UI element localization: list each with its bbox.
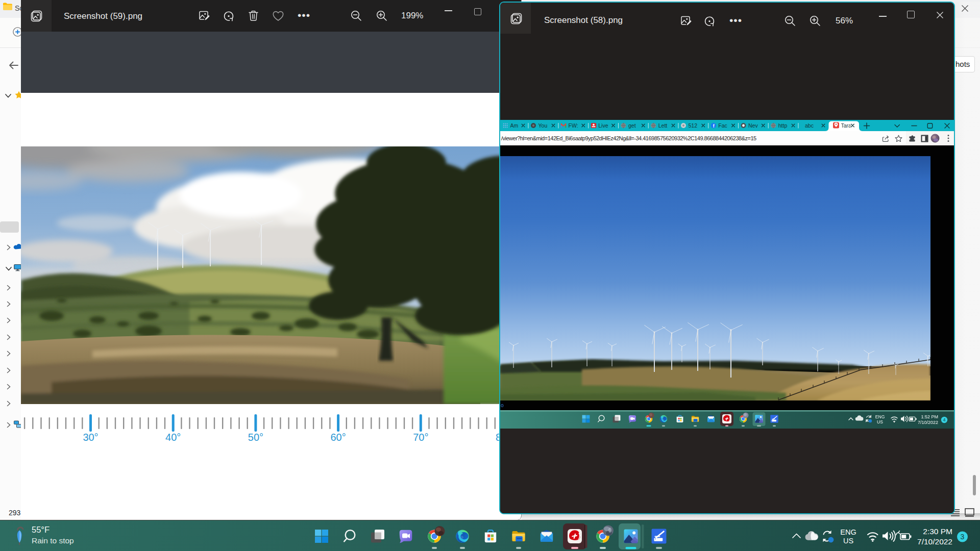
- svg-text:Am: Am: [510, 122, 519, 129]
- svg-text:70°: 70°: [413, 432, 428, 443]
- svg-text:3: 3: [961, 533, 965, 541]
- svg-text:4: 4: [943, 417, 945, 422]
- svg-text:Fac: Fac: [718, 122, 727, 129]
- svg-text:Lett: Lett: [658, 122, 668, 129]
- svg-text:1:52 PM: 1:52 PM: [921, 414, 938, 419]
- svg-text:30°: 30°: [83, 432, 98, 443]
- svg-text:7/10/2022: 7/10/2022: [918, 420, 938, 425]
- svg-text:abc: abc: [805, 122, 814, 129]
- svg-text:60°: 60°: [330, 432, 346, 443]
- svg-text:2:30 PM: 2:30 PM: [923, 527, 952, 536]
- svg-text:FW:: FW:: [569, 122, 578, 129]
- svg-text:f: f: [713, 123, 715, 129]
- svg-text:ENG: ENG: [840, 528, 856, 536]
- svg-text:Rain to stop: Rain to stop: [32, 536, 74, 545]
- svg-text:55°F: 55°F: [32, 525, 50, 534]
- svg-text:US: US: [877, 419, 883, 424]
- svg-text:ENG: ENG: [875, 414, 885, 419]
- svg-text:50°: 50°: [248, 432, 263, 443]
- svg-text:7/10/2022: 7/10/2022: [917, 537, 952, 546]
- svg-text:US: US: [843, 537, 853, 545]
- svg-text:http: http: [778, 122, 788, 129]
- svg-text:512: 512: [689, 122, 698, 129]
- svg-text:Tara: Tara: [841, 122, 852, 129]
- svg-text:You: You: [538, 122, 548, 129]
- svg-text:Live: Live: [598, 122, 608, 129]
- svg-text:40°: 40°: [165, 432, 181, 443]
- svg-text:get: get: [628, 122, 636, 129]
- svg-text:Nev: Nev: [748, 122, 758, 129]
